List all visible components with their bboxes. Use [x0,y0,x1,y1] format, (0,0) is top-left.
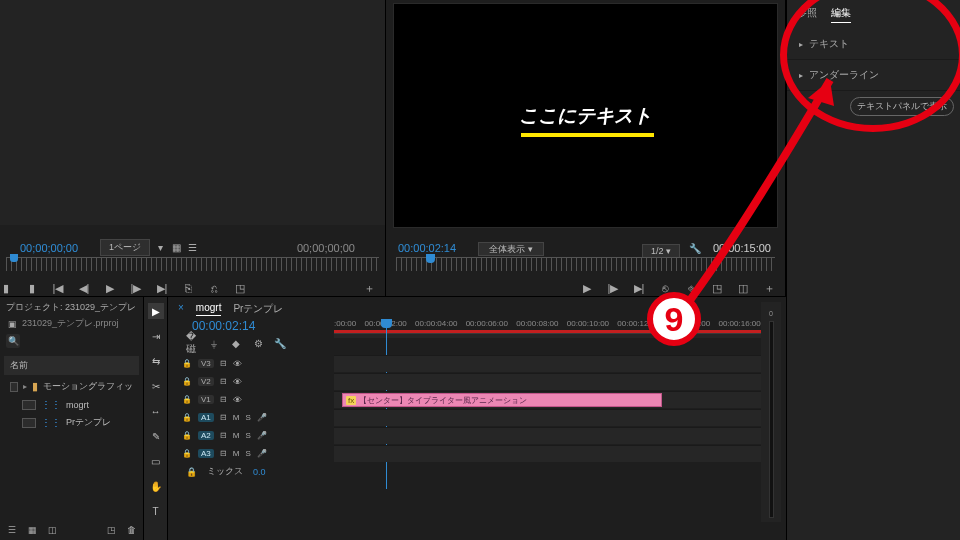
track-a3[interactable]: 🔒A3⊟MS🎤 [176,445,778,462]
step-fwd-icon[interactable]: |▶ [607,282,619,294]
razor-tool[interactable]: ✂ [148,378,164,394]
track-v2[interactable]: 🔒V2⊟👁 [176,373,778,390]
source-viewer[interactable] [0,0,385,225]
overwrite-icon[interactable]: ⎌ [208,282,220,294]
play-icon[interactable]: ▶ [104,282,116,294]
timeline-tab-pr[interactable]: Prテンプレ [233,302,283,316]
program-viewer[interactable]: ここにテキスト [394,4,777,227]
eg-group-text[interactable]: ▸テキスト [787,29,960,60]
source-out-timecode: 00;00;00;00 [297,242,355,254]
program-fit[interactable]: 全体表示 ▾ [478,243,544,256]
new-item-icon[interactable]: ◳ [105,524,117,536]
lock-icon[interactable]: 🔒 [182,395,192,404]
lock-icon[interactable]: 🔒 [182,449,192,458]
mark-in-icon[interactable]: ▮ [0,282,12,294]
ripple-tool[interactable]: ⇆ [148,353,164,369]
lock-icon[interactable]: 🔒 [186,467,197,477]
hand-tool[interactable]: ✋ [148,478,164,494]
source-panel: 00;00;00;00 1ページ ▾ ▦ ☰ 00;00;00;00 ▮ ▮ |… [0,0,386,296]
track-select-tool[interactable]: ⇥ [148,328,164,344]
grid-icon[interactable]: ▦ [170,242,182,254]
project-item-folder[interactable]: ▸▮モーショングラフィッ [6,377,137,396]
mic-icon[interactable]: 🎤 [257,431,267,440]
chevron-down-icon[interactable]: ▾ [154,242,166,254]
source-page-control: 1ページ ▾ ▦ ☰ [100,239,198,256]
lock-icon[interactable]: 🔒 [182,359,192,368]
project-panel: プロジェクト: 231029_テンプレ ▣231029_テンプレ.prproj … [0,297,144,540]
list-view-icon[interactable]: ☰ [6,524,18,536]
step-back-icon[interactable]: ◀| [78,282,90,294]
eye-icon[interactable]: 👁 [233,377,242,387]
eye-icon[interactable]: 👁 [233,359,242,369]
lock-icon[interactable]: 🔒 [182,413,192,422]
type-tool[interactable]: T [148,503,164,519]
export-frame-icon[interactable]: ◳ [711,282,723,294]
page-select[interactable]: 1ページ [100,239,150,256]
add-button-icon[interactable]: ＋ [363,282,375,294]
lock-icon[interactable]: 🔒 [182,431,192,440]
project-search[interactable]: 🔍 [6,334,20,348]
go-in-icon[interactable]: |◀ [52,282,64,294]
timeline-tab-mogrt[interactable]: mogrt [196,302,222,316]
source-timecode[interactable]: 00;00;00;00 [20,242,78,254]
list-icon[interactable]: ☰ [186,242,198,254]
eg-group-underline[interactable]: ▸アンダーライン [787,60,960,91]
program-playhead[interactable] [426,254,435,263]
pen-tool[interactable]: ✎ [148,428,164,444]
freeform-icon[interactable]: ◫ [46,524,58,536]
overlay-underline [521,133,654,137]
program-timecode[interactable]: 00:00:02:14 [398,242,456,254]
sequence-icon: ⋮⋮ [41,399,61,410]
wrench-icon[interactable]: 🔧 [274,337,286,349]
rectangle-tool[interactable]: ▭ [148,453,164,469]
extract-icon[interactable]: ⎆ [685,282,697,294]
selection-tool[interactable]: ▶ [148,303,164,319]
insert-icon[interactable]: ⎘ [182,282,194,294]
mic-icon[interactable]: 🎤 [257,449,267,458]
open-text-panel-button[interactable]: テキストパネルで表示 [850,97,954,116]
trash-icon[interactable]: 🗑 [125,524,137,536]
program-ruler[interactable] [396,257,775,271]
play-icon[interactable]: ▶ [581,282,593,294]
settings-icon[interactable]: ⚙ [252,337,264,349]
snap-icon[interactable]: �磁 [186,337,198,349]
add-button-icon[interactable]: ＋ [763,282,775,294]
project-item-seq[interactable]: ⋮⋮mogrt [6,396,137,413]
project-column-name[interactable]: 名前 [4,356,139,375]
project-footer: ☰ ▦ ◫ ◳ 🗑 [6,520,137,536]
timeline-clip[interactable]: fx【センター】タイプライター風アニメーション [342,393,662,407]
lock-icon[interactable]: 🔒 [182,377,192,386]
slip-tool[interactable]: ↔ [148,403,164,419]
eye-icon[interactable]: 👁 [233,395,242,405]
project-item-seq[interactable]: ⋮⋮Prテンプレ [6,413,137,432]
mark-out-icon[interactable]: ▮ [26,282,38,294]
wrench-icon[interactable]: 🔧 [689,242,701,254]
export-frame-icon[interactable]: ◳ [234,282,246,294]
step-fwd-icon[interactable]: |▶ [130,282,142,294]
track-a1[interactable]: 🔒A1⊟MS🎤 [176,409,778,426]
marker-icon[interactable]: ◆ [230,337,242,349]
go-out-icon[interactable]: ▶| [156,282,168,294]
compare-icon[interactable]: ◫ [737,282,749,294]
timeline-ruler[interactable]: :00:0000:00:02:0000:00:04:0000:00:06:000… [334,319,778,341]
eg-tab-edit[interactable]: 編集 [831,6,851,23]
icon-view-icon[interactable]: ▦ [26,524,38,536]
track-a2[interactable]: 🔒A2⊟MS🎤 [176,427,778,444]
audio-meter: 0 [761,302,781,522]
source-ruler[interactable] [6,257,379,271]
eg-tab-browse[interactable]: 参照 [797,6,817,23]
timeline-tracks: 🔒V3⊟👁 🔒V2⊟👁 🔒V1⊟👁fx【センター】タイプライター風アニメーション… [176,355,778,480]
program-duration: 00:00:15:00 [713,242,771,254]
tab-prefix: × [178,302,184,316]
project-file: ▣231029_テンプレ.prproj [6,317,137,330]
link-icon[interactable]: ⏚ [208,337,220,349]
track-mix[interactable]: 🔒ミックス0.0M [176,463,778,480]
track-v1[interactable]: 🔒V1⊟👁fx【センター】タイプライター風アニメーション [176,391,778,408]
program-resolution[interactable]: 1/2 ▾ [642,245,680,256]
chevron-right-icon: ▸ [23,382,27,391]
go-out-icon[interactable]: ▶| [633,282,645,294]
timeline-timecode[interactable]: 00:00:02:14 [192,319,255,333]
source-playhead[interactable] [10,254,18,262]
track-v3[interactable]: 🔒V3⊟👁 [176,355,778,372]
mic-icon[interactable]: 🎤 [257,413,267,422]
